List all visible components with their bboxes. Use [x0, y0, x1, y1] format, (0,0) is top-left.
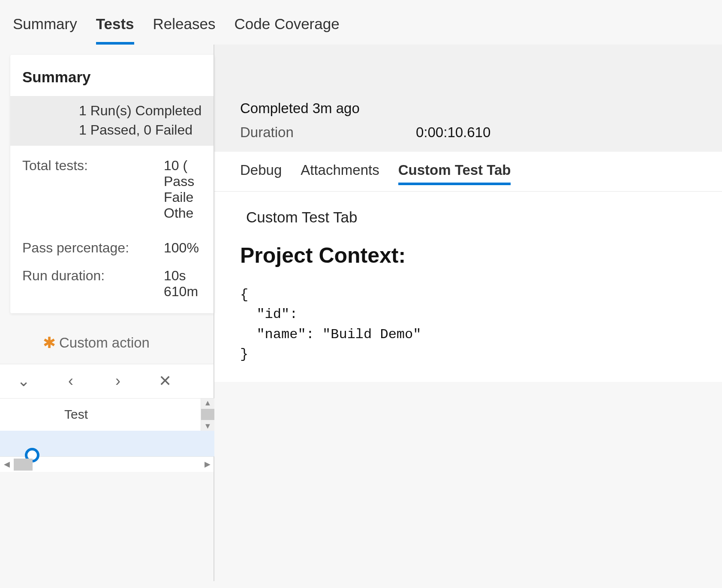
summary-metrics: Total tests: 10 ( Pass Faile Othe Pass p…	[10, 146, 214, 313]
tab-releases[interactable]: Releases	[153, 15, 216, 42]
tab-summary[interactable]: Summary	[13, 15, 77, 42]
custom-action-label: Custom action	[59, 335, 150, 351]
total-tests-label: Total tests:	[22, 158, 164, 174]
duration-value: 0:00:10.610	[416, 124, 490, 141]
summary-title: Summary	[10, 55, 214, 96]
custom-tab-caption: Custom Test Tab	[246, 209, 696, 226]
tab-tests[interactable]: Tests	[96, 15, 134, 45]
main-layout: Summary 1 Run(s) Completed 1 Passed, 0 F…	[0, 45, 722, 581]
total-failed-line: Faile	[164, 189, 202, 205]
close-button[interactable]: ✕	[141, 364, 189, 398]
summary-passed-failed-line: 1 Passed, 0 Failed	[79, 120, 214, 140]
asterisk-icon: ✱	[43, 335, 56, 351]
duration-label: Duration	[240, 124, 416, 141]
pass-pct-value: 100%	[164, 240, 199, 256]
tab-code-coverage[interactable]: Code Coverage	[235, 15, 340, 42]
summary-card: Summary 1 Run(s) Completed 1 Passed, 0 F…	[10, 55, 214, 313]
test-list-header[interactable]: Test ▲ ▼	[0, 398, 214, 431]
project-context-heading: Project Context:	[240, 243, 696, 268]
top-tab-strip: Summary Tests Releases Code Coverage	[0, 0, 722, 45]
next-button[interactable]: ›	[94, 364, 141, 398]
summary-runs-line: 1 Run(s) Completed	[79, 101, 214, 120]
horizontal-scroll-thumb[interactable]	[14, 459, 33, 471]
prev-button[interactable]: ‹	[47, 364, 94, 398]
detail-header: Completed 3m ago Duration 0:00:10.610	[214, 45, 722, 152]
vertical-scrollbar[interactable]: ▲ ▼	[201, 399, 214, 431]
run-duration-ms: 610m	[164, 284, 202, 300]
pass-pct-label: Pass percentage:	[22, 240, 164, 256]
total-passed-line: Pass	[164, 174, 202, 189]
project-context-code: { "id": "name": "Build Demo" }	[240, 285, 696, 365]
test-column-header: Test	[64, 407, 88, 422]
scroll-right-arrow-icon: ▶	[202, 459, 213, 469]
custom-action-button[interactable]: ✱ Custom action	[43, 335, 214, 351]
scroll-left-arrow-icon: ◀	[2, 459, 12, 469]
selected-test-row[interactable]	[0, 431, 214, 456]
sub-tab-debug[interactable]: Debug	[240, 162, 282, 185]
completed-line: Completed 3m ago	[240, 100, 696, 117]
custom-tab-body: Custom Test Tab Project Context: { "id":…	[214, 192, 722, 382]
scroll-up-arrow-icon: ▲	[204, 399, 212, 408]
left-panel: Summary 1 Run(s) Completed 1 Passed, 0 F…	[0, 45, 214, 581]
scroll-down-arrow-icon: ▼	[204, 422, 212, 431]
total-tests-value: 10 (	[164, 158, 187, 174]
expand-button[interactable]: ⌄	[0, 364, 47, 398]
run-duration-value: 10s	[164, 268, 186, 284]
panel-divider[interactable]	[214, 45, 214, 581]
detail-sub-tabs: Debug Attachments Custom Test Tab	[214, 152, 722, 192]
vertical-scroll-thumb[interactable]	[201, 409, 214, 420]
sub-tab-attachments[interactable]: Attachments	[301, 162, 379, 185]
summary-run-band: 1 Run(s) Completed 1 Passed, 0 Failed	[10, 96, 214, 146]
right-panel: Completed 3m ago Duration 0:00:10.610 De…	[214, 45, 722, 581]
total-other-line: Othe	[164, 205, 202, 221]
horizontal-scroll-track[interactable]	[14, 457, 201, 472]
result-nav-bar: ⌄ ‹ › ✕	[0, 364, 214, 398]
sub-tab-custom-test-tab[interactable]: Custom Test Tab	[398, 162, 511, 185]
horizontal-scrollbar[interactable]: ◀ ▶	[0, 456, 214, 472]
run-duration-label: Run duration:	[22, 268, 164, 284]
